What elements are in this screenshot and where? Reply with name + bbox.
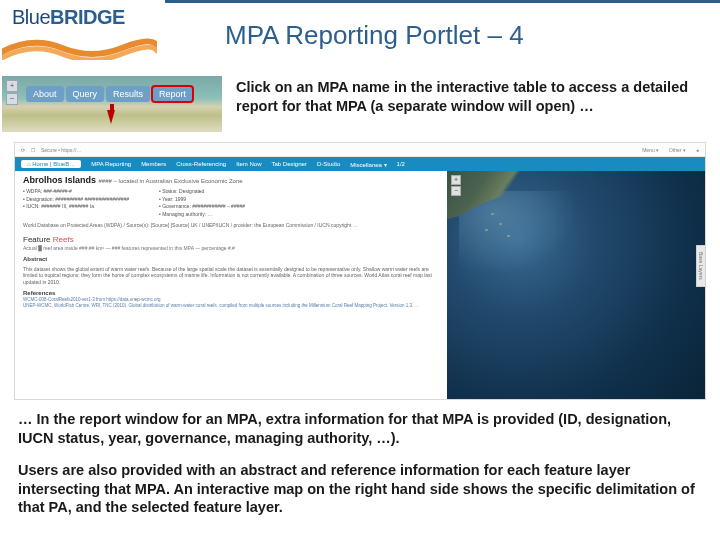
- meta-item: • Status: Designated: [159, 188, 245, 196]
- title-bar: MPA Reporting Portlet – 4: [165, 0, 720, 68]
- meta-item: • Governance: ############ – #####: [159, 203, 245, 211]
- map-island: [499, 223, 502, 225]
- nav-item[interactable]: D-Studio: [317, 161, 340, 167]
- avatar-icon[interactable]: ●: [696, 147, 699, 153]
- zoom-in-button[interactable]: +: [6, 80, 18, 92]
- meta-item: • Year: 1999: [159, 196, 245, 204]
- tab-report[interactable]: Report: [152, 86, 193, 102]
- mini-map-mock: + − About Query Results Report: [2, 76, 222, 132]
- nav-item[interactable]: MPA Reporting: [91, 161, 131, 167]
- top-section: + − About Query Results Report Click on …: [0, 70, 720, 136]
- map-island: [507, 235, 510, 237]
- abstract-header: Abstract: [23, 256, 439, 262]
- arrow-down-icon: [107, 110, 115, 124]
- map-zoom-controls: + −: [451, 175, 461, 196]
- mpa-meta: • WDPA: ###-#####-# • Designation: #####…: [23, 188, 439, 218]
- logo-light: Blue: [12, 6, 50, 28]
- map-zoom-out-button[interactable]: −: [451, 186, 461, 196]
- report-map-pane[interactable]: + −: [447, 171, 705, 399]
- report-left-pane: Abrolhos Islands #### – located in Austr…: [15, 171, 447, 399]
- map-island: [491, 213, 494, 215]
- zoom-out-button[interactable]: −: [6, 93, 18, 105]
- reference-link[interactable]: UNEP-WCMC, WorldFish Centre, WRI, TNC (2…: [23, 303, 439, 308]
- meta-item: • Designation: ########## ##############…: [23, 196, 129, 204]
- topbar-menu[interactable]: Menu ▾: [642, 147, 659, 153]
- feature-accent: Reefs: [53, 235, 74, 244]
- abstract-body: This dataset shows the global extent of …: [23, 266, 439, 286]
- page-title: MPA Reporting Portlet – 4: [225, 20, 524, 51]
- logo-text: BlueBRIDGE: [12, 6, 125, 29]
- map-canvas[interactable]: + −: [447, 171, 705, 399]
- reload-icon[interactable]: ⟳: [21, 147, 25, 153]
- nav-item[interactable]: Miscellanea ▾: [350, 161, 386, 168]
- meta-right: • Status: Designated • Year: 1999 • Gove…: [159, 188, 245, 218]
- app-navbar: ⌂ Home | BlueB… MPA Reporting Members Cr…: [15, 157, 705, 171]
- tab-query[interactable]: Query: [66, 86, 105, 102]
- nav-home-button[interactable]: ⌂ Home | BlueB…: [21, 160, 81, 168]
- feature-header: Feature Reefs: [23, 235, 439, 244]
- mpa-source-desc: World Database on Protected Areas (WDPA)…: [23, 222, 439, 229]
- map-zoom-in-button[interactable]: +: [451, 175, 461, 185]
- meta-item: • WDPA: ###-#####-#: [23, 188, 129, 196]
- tab-icon: ☐: [31, 147, 35, 153]
- slide-header: BlueBRIDGE MPA Reporting Portlet – 4: [0, 0, 720, 70]
- nav-item[interactable]: Tab Designer: [272, 161, 307, 167]
- paragraph-1: … In the report window for an MPA, extra…: [18, 410, 702, 447]
- report-window-screenshot: ⟳ ☐ Secure • https://… Menu ▾ Other ▾ ● …: [14, 142, 706, 400]
- logo-wave-icon: [2, 38, 157, 60]
- mini-zoom-controls: + −: [6, 80, 18, 105]
- paragraph-2: Users are also provided with an abstract…: [18, 461, 702, 517]
- report-body: Abrolhos Islands #### – located in Austr…: [15, 171, 705, 399]
- nav-item: 1/2: [397, 161, 405, 167]
- logo-bold: BRIDGE: [50, 6, 125, 28]
- portlet-tabs: About Query Results Report: [26, 86, 193, 102]
- intro-paragraph: Click on an MPA name in the interactive …: [236, 76, 706, 116]
- references-header: References: [23, 290, 439, 296]
- feature-subtext: Actual █ reef area inside ###.## km² — #…: [23, 245, 439, 251]
- bottom-text-block: … In the report window for an MPA, extra…: [0, 402, 720, 517]
- reference-link[interactable]: WCMC-008-CoralReefs2010-ver1-3 from http…: [23, 297, 439, 302]
- mpa-subtitle: #### – located in Australian Exclusive E…: [99, 178, 243, 184]
- browser-topbar: ⟳ ☐ Secure • https://… Menu ▾ Other ▾ ●: [15, 143, 705, 157]
- mpa-name: Abrolhos Islands: [23, 175, 96, 185]
- side-panel-tab[interactable]: Base Layers: [696, 245, 706, 287]
- nav-item[interactable]: Members: [141, 161, 166, 167]
- url-label: Secure • https://…: [41, 147, 81, 153]
- meta-left: • WDPA: ###-#####-# • Designation: #####…: [23, 188, 129, 218]
- mpa-title: Abrolhos Islands #### – located in Austr…: [23, 175, 439, 185]
- logo: BlueBRIDGE: [0, 0, 165, 68]
- tab-results[interactable]: Results: [106, 86, 150, 102]
- meta-item: • Managing authority: …: [159, 211, 245, 219]
- feature-label: Feature: [23, 235, 51, 244]
- map-island: [485, 229, 488, 231]
- nav-item[interactable]: Item Now: [236, 161, 261, 167]
- tab-about[interactable]: About: [26, 86, 64, 102]
- nav-item[interactable]: Cross-Referencing: [176, 161, 226, 167]
- topbar-other[interactable]: Other ▾: [669, 147, 686, 153]
- meta-item: • IUCN: ####### III, ####### Ia: [23, 203, 129, 211]
